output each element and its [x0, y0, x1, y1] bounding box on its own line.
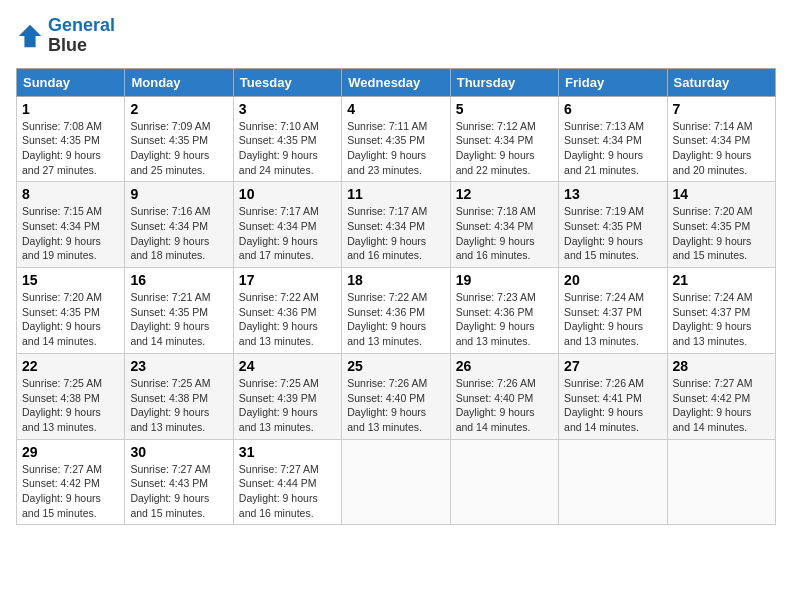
day-info: Sunrise: 7:11 AM Sunset: 4:35 PM Dayligh… [347, 119, 444, 178]
calendar-cell: 1Sunrise: 7:08 AM Sunset: 4:35 PM Daylig… [17, 96, 125, 182]
day-info: Sunrise: 7:26 AM Sunset: 4:41 PM Dayligh… [564, 376, 661, 435]
calendar-cell: 8Sunrise: 7:15 AM Sunset: 4:34 PM Daylig… [17, 182, 125, 268]
calendar-cell: 23Sunrise: 7:25 AM Sunset: 4:38 PM Dayli… [125, 353, 233, 439]
day-number: 11 [347, 186, 444, 202]
day-info: Sunrise: 7:20 AM Sunset: 4:35 PM Dayligh… [673, 204, 770, 263]
calendar-cell: 28Sunrise: 7:27 AM Sunset: 4:42 PM Dayli… [667, 353, 775, 439]
calendar-week-5: 29Sunrise: 7:27 AM Sunset: 4:42 PM Dayli… [17, 439, 776, 525]
calendar-cell: 20Sunrise: 7:24 AM Sunset: 4:37 PM Dayli… [559, 268, 667, 354]
day-number: 19 [456, 272, 553, 288]
calendar-week-2: 8Sunrise: 7:15 AM Sunset: 4:34 PM Daylig… [17, 182, 776, 268]
day-number: 26 [456, 358, 553, 374]
calendar-cell: 15Sunrise: 7:20 AM Sunset: 4:35 PM Dayli… [17, 268, 125, 354]
day-info: Sunrise: 7:18 AM Sunset: 4:34 PM Dayligh… [456, 204, 553, 263]
day-info: Sunrise: 7:25 AM Sunset: 4:38 PM Dayligh… [130, 376, 227, 435]
day-info: Sunrise: 7:25 AM Sunset: 4:38 PM Dayligh… [22, 376, 119, 435]
day-number: 6 [564, 101, 661, 117]
day-info: Sunrise: 7:23 AM Sunset: 4:36 PM Dayligh… [456, 290, 553, 349]
weekday-header-wednesday: Wednesday [342, 68, 450, 96]
calendar-cell [667, 439, 775, 525]
calendar-cell: 30Sunrise: 7:27 AM Sunset: 4:43 PM Dayli… [125, 439, 233, 525]
calendar-cell: 3Sunrise: 7:10 AM Sunset: 4:35 PM Daylig… [233, 96, 341, 182]
day-info: Sunrise: 7:13 AM Sunset: 4:34 PM Dayligh… [564, 119, 661, 178]
day-number: 10 [239, 186, 336, 202]
day-info: Sunrise: 7:24 AM Sunset: 4:37 PM Dayligh… [564, 290, 661, 349]
calendar-week-1: 1Sunrise: 7:08 AM Sunset: 4:35 PM Daylig… [17, 96, 776, 182]
calendar-week-4: 22Sunrise: 7:25 AM Sunset: 4:38 PM Dayli… [17, 353, 776, 439]
calendar-cell: 2Sunrise: 7:09 AM Sunset: 4:35 PM Daylig… [125, 96, 233, 182]
day-number: 8 [22, 186, 119, 202]
day-number: 21 [673, 272, 770, 288]
day-info: Sunrise: 7:26 AM Sunset: 4:40 PM Dayligh… [456, 376, 553, 435]
day-number: 27 [564, 358, 661, 374]
day-info: Sunrise: 7:22 AM Sunset: 4:36 PM Dayligh… [347, 290, 444, 349]
weekday-header-saturday: Saturday [667, 68, 775, 96]
day-info: Sunrise: 7:22 AM Sunset: 4:36 PM Dayligh… [239, 290, 336, 349]
day-info: Sunrise: 7:24 AM Sunset: 4:37 PM Dayligh… [673, 290, 770, 349]
day-info: Sunrise: 7:26 AM Sunset: 4:40 PM Dayligh… [347, 376, 444, 435]
calendar-cell: 26Sunrise: 7:26 AM Sunset: 4:40 PM Dayli… [450, 353, 558, 439]
calendar-cell: 5Sunrise: 7:12 AM Sunset: 4:34 PM Daylig… [450, 96, 558, 182]
day-number: 31 [239, 444, 336, 460]
calendar-cell: 18Sunrise: 7:22 AM Sunset: 4:36 PM Dayli… [342, 268, 450, 354]
logo: General Blue [16, 16, 115, 56]
calendar-cell: 12Sunrise: 7:18 AM Sunset: 4:34 PM Dayli… [450, 182, 558, 268]
day-number: 20 [564, 272, 661, 288]
calendar-cell: 29Sunrise: 7:27 AM Sunset: 4:42 PM Dayli… [17, 439, 125, 525]
day-number: 18 [347, 272, 444, 288]
day-number: 22 [22, 358, 119, 374]
calendar-cell: 4Sunrise: 7:11 AM Sunset: 4:35 PM Daylig… [342, 96, 450, 182]
calendar-cell: 25Sunrise: 7:26 AM Sunset: 4:40 PM Dayli… [342, 353, 450, 439]
day-info: Sunrise: 7:09 AM Sunset: 4:35 PM Dayligh… [130, 119, 227, 178]
day-info: Sunrise: 7:12 AM Sunset: 4:34 PM Dayligh… [456, 119, 553, 178]
calendar-cell: 31Sunrise: 7:27 AM Sunset: 4:44 PM Dayli… [233, 439, 341, 525]
day-info: Sunrise: 7:17 AM Sunset: 4:34 PM Dayligh… [347, 204, 444, 263]
day-number: 3 [239, 101, 336, 117]
day-number: 15 [22, 272, 119, 288]
calendar-cell [450, 439, 558, 525]
day-info: Sunrise: 7:10 AM Sunset: 4:35 PM Dayligh… [239, 119, 336, 178]
day-info: Sunrise: 7:27 AM Sunset: 4:43 PM Dayligh… [130, 462, 227, 521]
day-info: Sunrise: 7:16 AM Sunset: 4:34 PM Dayligh… [130, 204, 227, 263]
logo-text: General Blue [48, 16, 115, 56]
page-header: General Blue [16, 16, 776, 56]
day-number: 12 [456, 186, 553, 202]
day-number: 13 [564, 186, 661, 202]
day-info: Sunrise: 7:08 AM Sunset: 4:35 PM Dayligh… [22, 119, 119, 178]
day-info: Sunrise: 7:20 AM Sunset: 4:35 PM Dayligh… [22, 290, 119, 349]
day-number: 1 [22, 101, 119, 117]
day-info: Sunrise: 7:19 AM Sunset: 4:35 PM Dayligh… [564, 204, 661, 263]
calendar-cell: 11Sunrise: 7:17 AM Sunset: 4:34 PM Dayli… [342, 182, 450, 268]
day-number: 7 [673, 101, 770, 117]
calendar-cell: 10Sunrise: 7:17 AM Sunset: 4:34 PM Dayli… [233, 182, 341, 268]
weekday-header-sunday: Sunday [17, 68, 125, 96]
calendar-cell [559, 439, 667, 525]
day-info: Sunrise: 7:17 AM Sunset: 4:34 PM Dayligh… [239, 204, 336, 263]
day-number: 23 [130, 358, 227, 374]
day-number: 25 [347, 358, 444, 374]
calendar-cell: 22Sunrise: 7:25 AM Sunset: 4:38 PM Dayli… [17, 353, 125, 439]
calendar-cell: 7Sunrise: 7:14 AM Sunset: 4:34 PM Daylig… [667, 96, 775, 182]
calendar-cell: 6Sunrise: 7:13 AM Sunset: 4:34 PM Daylig… [559, 96, 667, 182]
day-info: Sunrise: 7:14 AM Sunset: 4:34 PM Dayligh… [673, 119, 770, 178]
calendar-cell: 13Sunrise: 7:19 AM Sunset: 4:35 PM Dayli… [559, 182, 667, 268]
day-number: 4 [347, 101, 444, 117]
day-number: 30 [130, 444, 227, 460]
calendar-table: SundayMondayTuesdayWednesdayThursdayFrid… [16, 68, 776, 526]
day-info: Sunrise: 7:21 AM Sunset: 4:35 PM Dayligh… [130, 290, 227, 349]
weekday-header-tuesday: Tuesday [233, 68, 341, 96]
weekday-header-thursday: Thursday [450, 68, 558, 96]
day-number: 16 [130, 272, 227, 288]
day-info: Sunrise: 7:27 AM Sunset: 4:42 PM Dayligh… [673, 376, 770, 435]
calendar-cell: 27Sunrise: 7:26 AM Sunset: 4:41 PM Dayli… [559, 353, 667, 439]
day-info: Sunrise: 7:27 AM Sunset: 4:42 PM Dayligh… [22, 462, 119, 521]
calendar-cell: 24Sunrise: 7:25 AM Sunset: 4:39 PM Dayli… [233, 353, 341, 439]
weekday-header-friday: Friday [559, 68, 667, 96]
calendar-cell: 21Sunrise: 7:24 AM Sunset: 4:37 PM Dayli… [667, 268, 775, 354]
logo-icon [16, 22, 44, 50]
day-info: Sunrise: 7:25 AM Sunset: 4:39 PM Dayligh… [239, 376, 336, 435]
calendar-cell: 9Sunrise: 7:16 AM Sunset: 4:34 PM Daylig… [125, 182, 233, 268]
svg-marker-0 [19, 25, 41, 47]
calendar-cell [342, 439, 450, 525]
weekday-header-monday: Monday [125, 68, 233, 96]
